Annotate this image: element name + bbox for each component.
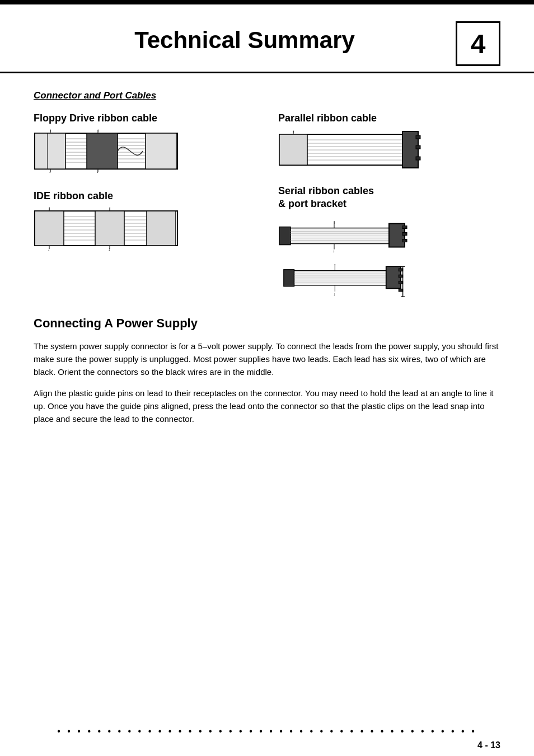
svg-text:↑: ↑	[97, 129, 99, 133]
power-supply-paragraph-2: Align the plastic guide pins on lead to …	[34, 387, 500, 426]
top-bar	[0, 0, 534, 4]
power-supply-paragraph-1: The system power supply connector is for…	[34, 340, 500, 379]
parallel-cable-diagram: ↑	[278, 129, 424, 173]
content-area: Connector and Port Cables Floppy Drive r…	[0, 73, 534, 444]
svg-text:↓: ↓	[49, 169, 51, 173]
svg-rect-9	[35, 133, 65, 169]
chapter-badge: 4	[456, 21, 500, 66]
svg-rect-35	[416, 157, 420, 160]
svg-text:↑: ↑	[333, 219, 335, 224]
serial-cable-item: Serial ribbon cables& port bracket	[278, 185, 500, 299]
header-area: Technical Summary 4	[0, 4, 534, 66]
svg-text:↓: ↓	[48, 247, 50, 251]
svg-rect-71	[284, 270, 294, 287]
svg-rect-81	[399, 281, 402, 284]
svg-rect-82	[399, 289, 402, 292]
svg-text:↑: ↑	[49, 129, 51, 133]
floppy-cable-item: Floppy Drive ribbon cable	[34, 112, 256, 173]
parallel-cable-item: Parallel ribbon cable ↑	[278, 112, 500, 173]
svg-rect-45	[35, 211, 64, 246]
svg-text:↓: ↓	[108, 247, 110, 251]
svg-text:↑: ↑	[334, 262, 336, 267]
cable-grid: Floppy Drive ribbon cable	[34, 112, 500, 299]
power-supply-heading: Connecting A Power Supply	[34, 316, 500, 331]
chapter-number: 4	[471, 29, 486, 59]
floppy-cable-label: Floppy Drive ribbon cable	[34, 112, 256, 124]
connector-section-heading: Connector and Port Cables	[34, 90, 500, 101]
page-container: Technical Summary 4 Connector and Port C…	[0, 0, 534, 756]
svg-text:↑: ↑	[48, 206, 50, 211]
svg-rect-11	[87, 133, 118, 169]
svg-rect-33	[416, 135, 420, 139]
ide-cable-label: IDE ribbon cable	[34, 190, 256, 202]
serial-cable-diagrams: ↑ ↓	[278, 215, 500, 299]
svg-rect-56	[279, 227, 291, 245]
svg-text:↑: ↑	[292, 129, 294, 134]
ide-cable-diagram: ↑ ↑ ↓ ↓	[34, 206, 179, 251]
svg-rect-34	[416, 145, 420, 149]
bottom-dots: • • • • • • • • • • • • • • • • • • • • …	[0, 726, 534, 736]
serial-cable-1-diagram: ↑ ↓	[278, 215, 413, 255]
serial-cable-label: Serial ribbon cables& port bracket	[278, 185, 500, 211]
svg-rect-66	[402, 239, 407, 242]
svg-text:↓: ↓	[332, 248, 335, 253]
svg-rect-12	[146, 133, 176, 169]
svg-rect-29	[279, 134, 307, 165]
svg-text:↓: ↓	[334, 292, 336, 297]
svg-text:↓: ↓	[96, 169, 99, 173]
floppy-cable-diagram: ↑ ↑ ↓ ↓	[34, 129, 179, 173]
svg-rect-46	[95, 211, 124, 246]
page-title: Technical Summary	[34, 21, 456, 54]
svg-rect-64	[402, 226, 407, 228]
svg-rect-79	[399, 269, 402, 271]
svg-rect-65	[402, 232, 407, 235]
svg-text:↑: ↑	[109, 206, 111, 211]
power-supply-section: Connecting A Power Supply The system pow…	[34, 316, 500, 426]
ide-cable-item: IDE ribbon cable	[34, 190, 256, 299]
parallel-cable-label: Parallel ribbon cable	[278, 112, 500, 124]
serial-cable-2-diagram: ↑ ↓	[278, 260, 413, 299]
page-number: 4 - 13	[477, 740, 500, 750]
svg-rect-47	[147, 211, 176, 246]
svg-rect-80	[399, 275, 402, 278]
